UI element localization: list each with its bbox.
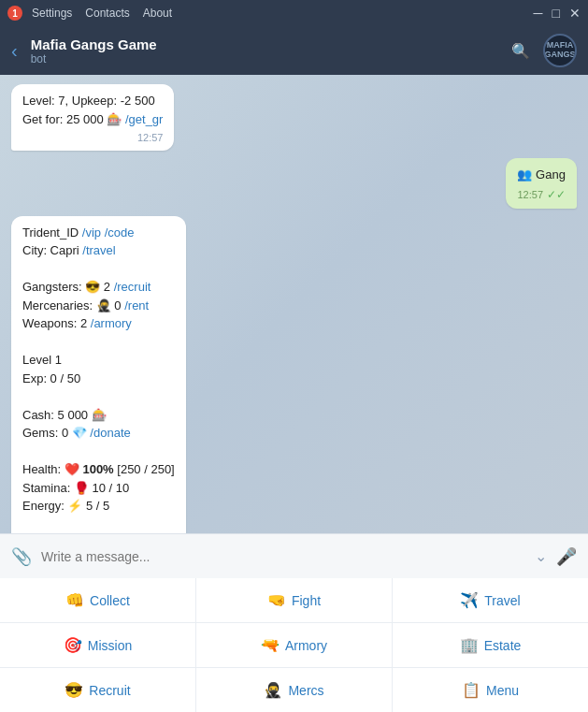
menu-about[interactable]: About <box>143 7 172 20</box>
code-link[interactable]: /code <box>105 225 135 240</box>
title-menu: Settings Contacts About <box>32 7 172 20</box>
menu-button[interactable]: 📋 Menu <box>393 668 588 712</box>
collect-label: Collect <box>90 593 130 608</box>
message-1-text: Level: 7, Upkeep: -2 500 Get for: 25 000… <box>22 92 163 128</box>
back-button[interactable]: ‹ <box>11 40 18 62</box>
armory-button[interactable]: 🔫 Armory <box>196 623 392 667</box>
read-check: ✓✓ <box>547 188 566 201</box>
travel-label: Travel <box>484 593 520 608</box>
recruit-emoji: 😎 <box>65 681 83 699</box>
estate-button[interactable]: 🏢 Estate <box>393 623 588 667</box>
travel-button[interactable]: ✈️ Travel <box>393 578 588 622</box>
avatar-text: MAFIAGANGS <box>545 41 576 60</box>
fight-button[interactable]: 🤜 Fight <box>196 578 392 622</box>
message-3: Trident_ID /vip /code City: Capri /trave… <box>11 216 186 534</box>
mercs-button[interactable]: 🥷 Mercs <box>196 668 392 712</box>
mission-emoji: 🎯 <box>64 636 82 654</box>
collect-emoji: 👊 <box>65 591 84 609</box>
message-input[interactable] <box>41 549 525 564</box>
armory-link[interactable]: /armory <box>91 316 132 330</box>
app-icon: 1 <box>7 6 22 21</box>
avatar[interactable]: MAFIAGANGS <box>543 34 577 67</box>
travel-emoji: ✈️ <box>460 591 479 609</box>
message-1: Level: 7, Upkeep: -2 500 Get for: 25 000… <box>11 84 174 151</box>
chat-area: Level: 7, Upkeep: -2 500 Get for: 25 000… <box>0 75 588 533</box>
search-icon[interactable]: 🔍 <box>511 42 530 60</box>
chat-header: ‹ Mafia Gangs Game bot 🔍 MAFIAGANGS <box>0 26 588 75</box>
armory-label: Armory <box>285 638 327 653</box>
recruit-label: Recruit <box>89 683 130 698</box>
estate-label: Estate <box>484 638 522 653</box>
fight-emoji: 🤜 <box>267 591 286 609</box>
close-button[interactable]: ✕ <box>569 6 581 21</box>
donate-link[interactable]: /donate <box>90 426 130 440</box>
menu-settings[interactable]: Settings <box>32 7 72 20</box>
attach-icon[interactable]: 📎 <box>11 546 32 567</box>
armory-emoji: 🔫 <box>261 636 280 654</box>
minimize-button[interactable]: ─ <box>534 6 543 21</box>
mission-button[interactable]: 🎯 Mission <box>0 623 195 667</box>
maximize-button[interactable]: □ <box>552 6 560 21</box>
rent-link[interactable]: /rent <box>124 298 149 312</box>
get-gr-link[interactable]: /get_gr <box>125 112 163 126</box>
menu-label: Menu <box>486 683 519 698</box>
chat-name: Mafia Gangs Game <box>31 36 502 52</box>
menu-emoji: 📋 <box>462 681 480 699</box>
estate-emoji: 🏢 <box>460 636 479 654</box>
microphone-icon[interactable]: 🎤 <box>556 546 577 567</box>
message-1-time: 12:57 <box>22 132 163 143</box>
mercs-label: Mercs <box>288 683 323 698</box>
title-bar: 1 Settings Contacts About ─ □ ✕ <box>0 0 588 26</box>
menu-contacts[interactable]: Contacts <box>85 7 129 20</box>
travel-link[interactable]: /travel <box>82 243 115 257</box>
vip-link[interactable]: /vip <box>82 225 101 240</box>
chat-subtitle: bot <box>31 52 502 65</box>
fight-label: Fight <box>292 593 321 608</box>
message-3-text: Trident_ID /vip /code City: Capri /trave… <box>22 224 175 534</box>
collect-button[interactable]: 👊 Collect <box>0 578 195 622</box>
message-2-text: 👥 Gang <box>517 166 566 184</box>
chevron-down-icon[interactable]: ⌄ <box>535 547 547 565</box>
chat-info: Mafia Gangs Game bot <box>31 36 502 65</box>
header-icons: 🔍 MAFIAGANGS <box>511 34 577 67</box>
mission-label: Mission <box>88 638 132 653</box>
message-2-time: 12:57 ✓✓ <box>517 188 566 201</box>
quick-buttons-grid: 👊 Collect 🤜 Fight ✈️ Travel 🎯 Mission 🔫 … <box>0 578 588 712</box>
input-area: 📎 ⌄ 🎤 <box>0 533 588 578</box>
recruit-link[interactable]: /recruit <box>114 280 151 294</box>
message-2: 👥 Gang 12:57 ✓✓ <box>506 158 577 209</box>
recruit-button[interactable]: 😎 Recruit <box>0 668 195 712</box>
mercs-emoji: 🥷 <box>264 681 282 699</box>
